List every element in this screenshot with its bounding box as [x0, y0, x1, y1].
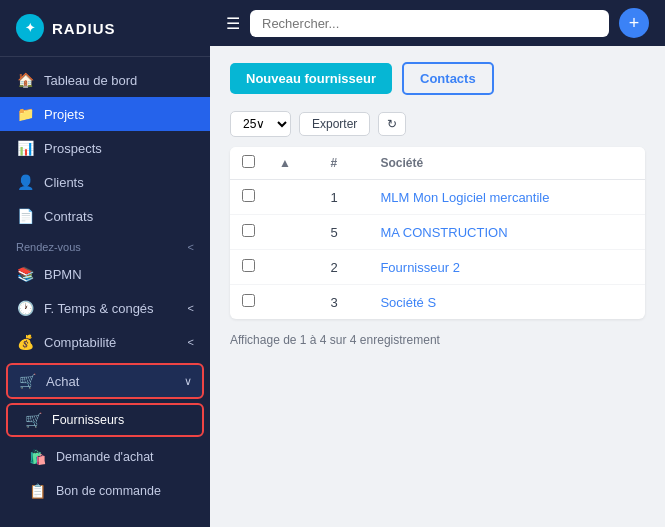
row-checkbox[interactable]: [242, 259, 255, 272]
sidebar-item-demande-achat[interactable]: 🛍️ Demande d'achat: [0, 440, 210, 474]
table-row: 5 MA CONSTRUCTION: [230, 215, 645, 250]
row-societe[interactable]: MLM Mon Logiciel mercantile: [368, 180, 645, 215]
sidebar-item-prospects[interactable]: 📊 Prospects: [0, 131, 210, 165]
logo-icon: ✦: [16, 14, 44, 42]
sidebar: ✦ RADIUS 🏠 Tableau de bord 📁 Projets 📊 P…: [0, 0, 210, 527]
th-num: #: [318, 147, 368, 180]
table-row: 3 Société S: [230, 285, 645, 320]
sidebar-item-f-temps[interactable]: 🕐 F. Temps & congés <: [0, 291, 210, 325]
sidebar-item-bpmn[interactable]: 📚 BPMN: [0, 257, 210, 291]
row-num: 5: [318, 215, 368, 250]
row-sort-cell: [267, 215, 318, 250]
row-num: 2: [318, 250, 368, 285]
row-sort-cell: [267, 285, 318, 320]
home-icon: 🏠: [16, 72, 34, 88]
clients-icon: 👤: [16, 174, 34, 190]
fournisseurs-icon: 🛒: [24, 412, 42, 428]
table-row: 2 Fournisseur 2: [230, 250, 645, 285]
sidebar-item-achat[interactable]: 🛒 Achat ∨: [6, 363, 204, 399]
logo-text: RADIUS: [52, 20, 116, 37]
th-societe: Société: [368, 147, 645, 180]
content-area: Nouveau fournisseur Contacts 25∨ Exporte…: [210, 46, 665, 527]
th-sort: ▲: [267, 147, 318, 180]
new-supplier-button[interactable]: Nouveau fournisseur: [230, 63, 392, 94]
row-checkbox-cell: [230, 180, 267, 215]
sidebar-item-projets[interactable]: 📁 Projets: [0, 97, 210, 131]
export-button[interactable]: Exporter: [299, 112, 370, 136]
row-sort-cell: [267, 180, 318, 215]
row-checkbox-cell: [230, 215, 267, 250]
achat-submenu: 🛒 Fournisseurs 🛍️ Demande d'achat 📋 Bon …: [0, 403, 210, 508]
achat-chevron: ∨: [184, 375, 192, 388]
comptabilite-icon: 💰: [16, 334, 34, 350]
prospects-icon: 📊: [16, 140, 34, 156]
projets-icon: 📁: [16, 106, 34, 122]
action-row: Nouveau fournisseur Contacts: [230, 62, 645, 95]
logo: ✦ RADIUS: [0, 0, 210, 57]
refresh-button[interactable]: ↻: [378, 112, 406, 136]
sidebar-nav: 🏠 Tableau de bord 📁 Projets 📊 Prospects …: [0, 57, 210, 527]
row-checkbox[interactable]: [242, 224, 255, 237]
per-page-select[interactable]: 25∨: [230, 111, 291, 137]
demande-icon: 🛍️: [28, 449, 46, 465]
row-checkbox[interactable]: [242, 294, 255, 307]
rendez-vous-section[interactable]: Rendez-vous <: [0, 233, 210, 257]
row-checkbox[interactable]: [242, 189, 255, 202]
search-input[interactable]: [250, 10, 609, 37]
row-societe[interactable]: Société S: [368, 285, 645, 320]
bpmn-icon: 📚: [16, 266, 34, 282]
pagination-text: Affichage de 1 à 4 sur 4 enregistrement: [230, 329, 645, 351]
row-sort-cell: [267, 250, 318, 285]
row-societe[interactable]: MA CONSTRUCTION: [368, 215, 645, 250]
hamburger-icon[interactable]: ☰: [226, 14, 240, 33]
select-all-checkbox[interactable]: [242, 155, 255, 168]
table-toolbar: 25∨ Exporter ↻: [230, 111, 645, 137]
topbar: ☰ +: [210, 0, 665, 46]
contrats-icon: 📄: [16, 208, 34, 224]
achat-icon: 🛒: [18, 373, 36, 389]
sidebar-item-tableau-de-bord[interactable]: 🏠 Tableau de bord: [0, 63, 210, 97]
th-checkbox: [230, 147, 267, 180]
temps-chevron: <: [188, 302, 194, 314]
bon-icon: 📋: [28, 483, 46, 499]
comptabilite-chevron: <: [188, 336, 194, 348]
add-button[interactable]: +: [619, 8, 649, 38]
sidebar-item-fournisseurs[interactable]: 🛒 Fournisseurs: [6, 403, 204, 437]
rendez-vous-chevron: <: [188, 241, 194, 253]
sidebar-item-comptabilite[interactable]: 💰 Comptabilité <: [0, 325, 210, 359]
row-checkbox-cell: [230, 250, 267, 285]
sidebar-item-contrats[interactable]: 📄 Contrats: [0, 199, 210, 233]
sidebar-item-bon-commande[interactable]: 📋 Bon de commande: [0, 474, 210, 508]
table-row: 1 MLM Mon Logiciel mercantile: [230, 180, 645, 215]
data-table: ▲ # Société 1 MLM Mon Logiciel mercantil…: [230, 147, 645, 319]
contacts-button[interactable]: Contacts: [402, 62, 494, 95]
row-num: 1: [318, 180, 368, 215]
row-societe[interactable]: Fournisseur 2: [368, 250, 645, 285]
row-checkbox-cell: [230, 285, 267, 320]
sidebar-item-clients[interactable]: 👤 Clients: [0, 165, 210, 199]
row-num: 3: [318, 285, 368, 320]
main-area: ☰ + Nouveau fournisseur Contacts 25∨ Exp…: [210, 0, 665, 527]
temps-icon: 🕐: [16, 300, 34, 316]
